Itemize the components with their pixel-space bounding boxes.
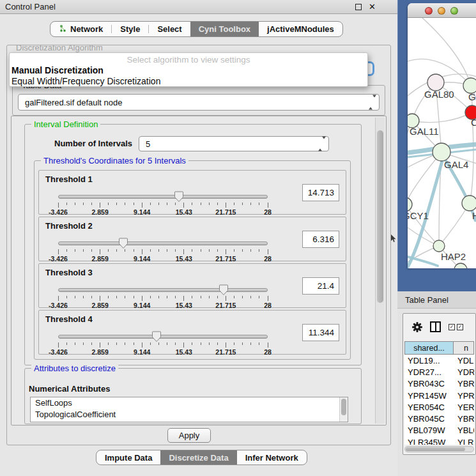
slider[interactable]: -3.4262.8599.14415.4321.71528	[58, 236, 268, 259]
tab-infer-network[interactable]: Infer Network	[237, 450, 307, 464]
attribute-list-item[interactable]: TopologicalCoefficient	[31, 409, 348, 420]
tick-mark	[209, 203, 210, 205]
checkbox-icon[interactable]: ✓	[457, 324, 463, 330]
tick-mark	[91, 249, 92, 252]
network-node[interactable]	[408, 197, 412, 211]
slider-track[interactable]	[58, 242, 268, 245]
settings-scrollbar-thumb[interactable]	[377, 130, 383, 303]
tab-label: jActiveMNodules	[267, 24, 334, 34]
network-canvas[interactable]: GAL80GCGAL11GAL4GCY1HHAP2	[408, 18, 476, 268]
network-desktop: GAL80GCGAL11GAL4GCY1HHAP2	[397, 0, 476, 291]
threshold-panel: Threshold 1-3.4262.8599.14415.4321.71528…	[38, 170, 346, 215]
table-header-row: shared... n	[404, 341, 474, 355]
network-node[interactable]	[454, 263, 467, 268]
threshold-value-field[interactable]: 11.344	[302, 324, 339, 341]
table-row[interactable]: YDR27...YDR2	[404, 366, 474, 378]
combo-spinner-icon	[369, 98, 373, 107]
network-window-titlebar[interactable]	[408, 3, 476, 18]
slider-track[interactable]	[58, 288, 268, 292]
tab-network[interactable]: Network	[50, 22, 111, 36]
tab-impute-data[interactable]: Impute Data	[96, 450, 160, 464]
network-node[interactable]	[433, 143, 450, 161]
tick-mark	[66, 342, 67, 345]
cell-name: YDR2	[454, 366, 474, 378]
table-row[interactable]: YPR145WYPR1	[404, 390, 474, 401]
number-of-intervals-value: 5	[146, 139, 150, 149]
slider[interactable]: -3.4262.8599.14415.4321.71528	[58, 190, 268, 213]
tick-mark	[75, 296, 75, 298]
tick-mark	[91, 203, 92, 205]
table-row[interactable]: YDL19...YDL1	[404, 355, 474, 366]
tab-style[interactable]: Style	[112, 22, 148, 36]
slider-track[interactable]	[58, 335, 268, 339]
slider-thumb[interactable]	[118, 238, 128, 249]
attribute-list-item[interactable]: BetweennessCentrality	[31, 420, 348, 422]
tick-mark	[167, 296, 167, 298]
split-table-icon[interactable]	[430, 321, 441, 332]
number-of-intervals-combobox[interactable]: 5	[139, 136, 329, 151]
tab-jactivemnodules[interactable]: jActiveMNodules	[259, 22, 342, 36]
table-horizontal-scrollbar-thumb[interactable]	[406, 447, 465, 451]
slider[interactable]: -3.4262.8599.14415.4321.71528	[58, 330, 268, 353]
table-row[interactable]: YBL079WYBL0	[404, 425, 474, 436]
float-window-icon[interactable]	[355, 4, 362, 10]
table-row[interactable]: YLR345WYLR3	[404, 436, 474, 445]
tick-mark	[100, 296, 100, 301]
minimize-traffic-light-icon[interactable]	[438, 7, 445, 15]
tab-discretize-data[interactable]: Discretize Data	[160, 450, 236, 464]
apply-button[interactable]: Apply	[167, 428, 211, 443]
checkbox-icon[interactable]: ✓	[449, 324, 455, 330]
column-header-shared-name[interactable]: shared...	[404, 341, 454, 355]
settings-scrollbar[interactable]	[375, 118, 385, 424]
tick-mark	[108, 296, 109, 298]
tab-select[interactable]: Select	[149, 22, 190, 36]
network-window[interactable]: GAL80GCGAL11GAL4GCY1HHAP2	[408, 3, 476, 268]
right-area: GAL80GCGAL11GAL4GCY1HHAP2 Table Panel	[397, 0, 476, 476]
slider-thumb[interactable]	[219, 284, 229, 296]
close-traffic-light-icon[interactable]	[425, 7, 433, 15]
attributes-scrollbar[interactable]	[339, 397, 348, 422]
threshold-value-field[interactable]: 6.316	[302, 231, 339, 248]
tick-mark	[83, 249, 84, 252]
table-horizontal-scrollbar[interactable]	[404, 446, 474, 452]
network-node-label: HAP2	[441, 251, 466, 262]
slider-thumb[interactable]	[151, 331, 162, 342]
tick-mark	[183, 203, 184, 208]
tick-mark	[158, 249, 159, 252]
slider-track[interactable]	[58, 195, 268, 199]
table-panel-titlebar: Table Panel	[397, 291, 476, 309]
zoom-traffic-light-icon[interactable]	[450, 7, 458, 15]
slider-thumb[interactable]	[174, 191, 184, 203]
algorithm-option[interactable]: Equal Width/Frequency Discretization	[12, 76, 160, 86]
tab-cyni-toolbox[interactable]: Cyni Toolbox	[190, 22, 259, 36]
table-row[interactable]: YBR045CYBR0	[404, 413, 474, 424]
threshold-value-field[interactable]: 14.713	[302, 184, 339, 201]
tick-mark	[158, 342, 159, 345]
network-node[interactable]	[462, 196, 476, 211]
tick-mark	[167, 249, 167, 252]
numerical-attributes-list[interactable]: SelfLoopsTopologicalCoefficientBetweenne…	[30, 397, 348, 422]
tick-mark	[192, 203, 192, 205]
cell-name: YBL0	[454, 425, 474, 436]
threshold-value-field[interactable]: 21.4	[302, 277, 339, 295]
table-row[interactable]: YBR043CYBR0	[404, 378, 474, 390]
tick-mark	[158, 203, 159, 205]
gear-icon[interactable]	[411, 321, 423, 335]
scale-label: 21.715	[215, 208, 236, 216]
scale-label: 28	[264, 348, 272, 356]
algorithm-option[interactable]: Manual Discretization	[12, 65, 104, 75]
attributes-group: Attributes to discretize Numerical Attri…	[24, 368, 362, 424]
table-row[interactable]: YER054CYER0	[404, 401, 474, 413]
tick-mark	[259, 342, 259, 345]
tick-mark	[217, 203, 218, 205]
table-data-combobox[interactable]: galFiltered.sif default node	[18, 94, 380, 111]
scale-label: 2.859	[91, 255, 108, 263]
tick-mark	[134, 342, 134, 345]
scale-label: -3.426	[49, 302, 68, 309]
network-node[interactable]	[433, 240, 445, 252]
attributes-scrollbar-thumb[interactable]	[341, 399, 346, 415]
slider[interactable]: -3.4262.8599.14415.4321.71528	[58, 283, 268, 306]
column-header-name[interactable]: n	[454, 341, 474, 355]
attribute-list-item[interactable]: SelfLoops	[31, 397, 348, 409]
close-icon[interactable]: ✕	[369, 0, 376, 14]
